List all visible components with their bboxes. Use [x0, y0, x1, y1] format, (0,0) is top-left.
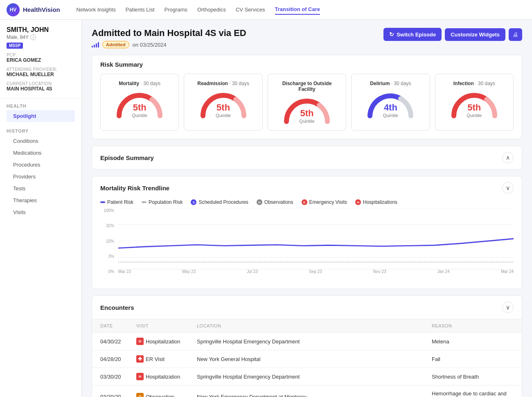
encounter-date: 03/20/20: [100, 394, 133, 397]
visit-icon-er: ✚: [136, 355, 144, 363]
signal-icon: [92, 42, 99, 47]
print-icon: 🖨: [513, 32, 518, 38]
encounter-date: 03/30/20: [100, 374, 133, 380]
page-title-block: Admitted to Main Hospital 4S via ED Admi…: [92, 28, 246, 48]
app-logo[interactable]: HV HealthVision: [7, 3, 60, 16]
visit-badge: H Hospitalization: [136, 338, 194, 345]
status-badge: Admitted: [102, 41, 129, 48]
gauge-discharge: 5th Quintile: [282, 97, 331, 124]
episode-summary-title: Episode Summary: [100, 154, 154, 161]
page-title: Admitted to Main Hospital 4S via ED: [92, 28, 246, 38]
encounters-title: Encounters: [100, 304, 134, 311]
encounter-reason: Melena: [432, 338, 514, 345]
legend-patient-risk: Patient Risk: [100, 199, 133, 205]
encounter-reason: Hemorrhage due to cardiac and vascular p…: [432, 390, 514, 397]
sidebar-item-conditions[interactable]: Conditions: [7, 135, 75, 147]
header-actions: ↻ Switch Episode Customize Widgets 🖨: [383, 28, 522, 41]
chart-area: 100% 32% 10% 3% 0%: [92, 208, 522, 289]
mssp-badge: MSSP: [7, 43, 23, 49]
encounter-location: New York General Hospital: [197, 356, 428, 362]
x-labels: Mar 23 May 23 Jul 23 Sep 23 Nov 23 Jan 2…: [118, 269, 514, 274]
encounter-row: 03/20/20 O Observation New York Emergenc…: [92, 385, 522, 397]
encounters-header: Encounters ∨: [92, 296, 522, 319]
mortality-chart-card: Mortality Risk Trendline ∨ Patient Risk …: [92, 176, 522, 289]
chart-wrapper: 100% 32% 10% 3% 0%: [100, 208, 514, 282]
sidebar: SMITH, JOHN Male, 84Y i MSSP PCP: ERICA …: [0, 20, 82, 397]
pcp-field: PCP: ERICA GOMEZ: [7, 53, 75, 63]
admitted-date: on 03/25/2024: [133, 42, 167, 48]
encounter-date: 04/30/22: [100, 338, 133, 345]
visit-icon-hosp: H: [136, 338, 144, 345]
gauge-mortality: 5th Quintile: [115, 91, 164, 118]
page-header: Admitted to Main Hospital 4S via ED Admi…: [92, 28, 522, 48]
encounter-date: 04/28/20: [100, 356, 133, 362]
episode-summary-card: Episode Summary ∧: [92, 146, 522, 169]
risk-summary-card: Risk Summary Mortality · 30 days 5th: [92, 55, 522, 139]
encounter-reason: Shortness of Breath: [432, 374, 514, 380]
sidebar-item-providers[interactable]: Providers: [7, 171, 75, 183]
history-section: HISTORY Conditions Medications Procedure…: [0, 124, 81, 220]
sidebar-item-medications[interactable]: Medications: [7, 147, 75, 159]
gauge-delirium: 4th Quintile: [366, 91, 415, 118]
episode-summary-collapse-btn[interactable]: ∧: [502, 152, 514, 163]
switch-episode-button[interactable]: ↻ Switch Episode: [383, 28, 442, 41]
legend-hospitalizations: H Hospitalizations: [355, 199, 397, 205]
encounters-card: Encounters ∨ Date Visit Location Reason …: [92, 295, 522, 397]
logo-icon: HV: [7, 3, 20, 16]
page-subtitle: Admitted on 03/25/2024: [92, 41, 246, 48]
legend-scheduled-procedures: S Scheduled Procedures: [191, 199, 248, 205]
nav-network-insights[interactable]: Network Insights: [77, 5, 116, 14]
encounter-location: Springville Hospital Emergency Departmen…: [197, 374, 428, 380]
chart-inner: Mar 23 May 23 Jul 23 Sep 23 Nov 23 Jan 2…: [118, 208, 514, 274]
customize-widgets-button[interactable]: Customize Widgets: [445, 28, 505, 41]
y-axis: 100% 32% 10% 3% 0%: [100, 208, 117, 274]
encounter-row: 04/28/20 ✚ ER Visit New York General Hos…: [92, 350, 522, 368]
patient-meta: Male, 84Y i: [7, 34, 75, 40]
sidebar-item-tests[interactable]: Tests: [7, 183, 75, 194]
risk-summary-title: Risk Summary: [100, 61, 143, 68]
nav-orthopedics[interactable]: Orthopedics: [197, 5, 226, 14]
encounter-location: New York Emergency Department at Montere…: [197, 394, 428, 397]
gauge-readmission: 5th Quintile: [199, 91, 248, 118]
episode-summary-header: Episode Summary ∧: [92, 146, 522, 169]
encounter-reason: Fall: [432, 356, 514, 362]
sidebar-item-procedures[interactable]: Procedures: [7, 159, 75, 171]
print-button[interactable]: 🖨: [509, 28, 522, 41]
mortality-chart-title: Mortality Risk Trendline: [100, 185, 169, 192]
chart-legend: Patient Risk Population Risk S Scheduled…: [92, 199, 522, 208]
refresh-icon: ↻: [389, 31, 394, 38]
sidebar-item-spotlight[interactable]: Spotlight: [7, 110, 75, 122]
nav-patients-list[interactable]: Patients List: [126, 5, 155, 14]
sidebar-item-therapies[interactable]: Therapies: [7, 194, 75, 206]
main-content: Admitted to Main Hospital 4S via ED Admi…: [82, 20, 532, 397]
visit-icon-hosp: H: [136, 373, 144, 380]
nav-transition-of-care[interactable]: Transition of Care: [275, 5, 320, 15]
attending-field: Attending Provider: MICHAEL MUELLER: [7, 67, 75, 77]
mortality-chart-header: Mortality Risk Trendline ∨: [92, 176, 522, 199]
sidebar-item-visits[interactable]: Visits: [7, 206, 75, 218]
legend-emergency-visits: E Emergency Visits: [302, 199, 347, 205]
patient-name: SMITH, JOHN: [7, 26, 75, 34]
patient-info-icon[interactable]: i: [30, 34, 36, 40]
nav-cv-services[interactable]: CV Services: [236, 5, 265, 14]
encounter-row: 03/30/20 H Hospitalization Springville H…: [92, 368, 522, 385]
encounter-row: 04/30/22 H Hospitalization Springville H…: [92, 332, 522, 350]
patient-info: SMITH, JOHN Male, 84Y i MSSP PCP: ERICA …: [0, 26, 81, 99]
legend-observations: O Observations: [257, 199, 293, 205]
location-field: Current Location: MAIN HOSPITAL 4S: [7, 81, 75, 92]
gauge-infection: 5th Quintile: [450, 91, 499, 118]
risk-card-delirium: Delirium · 30 days 4th Quintile: [351, 74, 430, 131]
risk-grid: Mortality · 30 days 5th Quintile: [92, 74, 522, 139]
mortality-chart-collapse-btn[interactable]: ∨: [502, 182, 514, 194]
top-navigation: HV HealthVision Network Insights Patient…: [0, 0, 532, 20]
health-section: HEALTH Spotlight: [0, 99, 81, 124]
risk-summary-header: Risk Summary: [92, 55, 522, 74]
visit-badge: ✚ ER Visit: [136, 355, 194, 363]
nav-programs[interactable]: Programs: [165, 5, 187, 14]
encounters-collapse-btn[interactable]: ∨: [502, 302, 514, 313]
logo-text: HealthVision: [23, 6, 60, 13]
visit-badge: O Observation: [136, 393, 194, 397]
encounters-table-header: Date Visit Location Reason: [92, 319, 522, 332]
encounter-location: Springville Hospital Emergency Departmen…: [197, 338, 428, 345]
visit-badge: H Hospitalization: [136, 373, 194, 380]
